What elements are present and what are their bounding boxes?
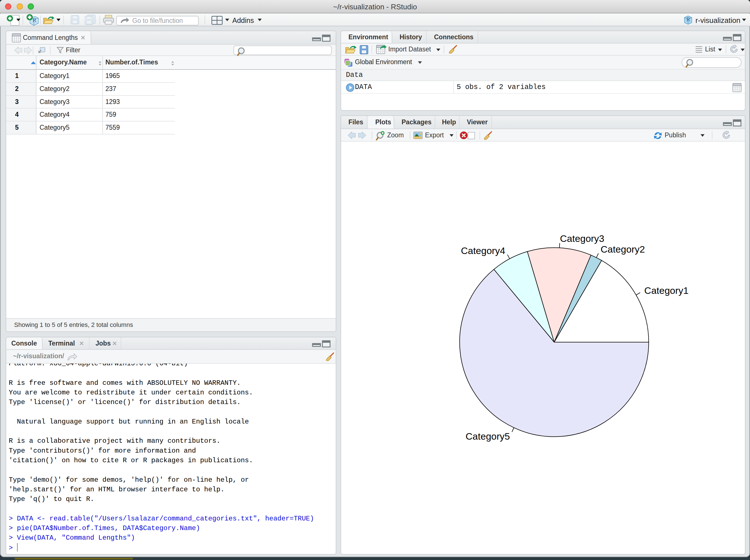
svg-text:R: R <box>33 17 37 23</box>
svg-text:Category4: Category4 <box>461 245 505 256</box>
svg-text:Category5: Category5 <box>466 431 510 442</box>
svg-text:Category2: Category2 <box>600 244 645 255</box>
svg-text:Category3: Category3 <box>560 233 604 244</box>
svg-text:R: R <box>686 16 690 22</box>
svg-text:Category1: Category1 <box>644 285 689 296</box>
